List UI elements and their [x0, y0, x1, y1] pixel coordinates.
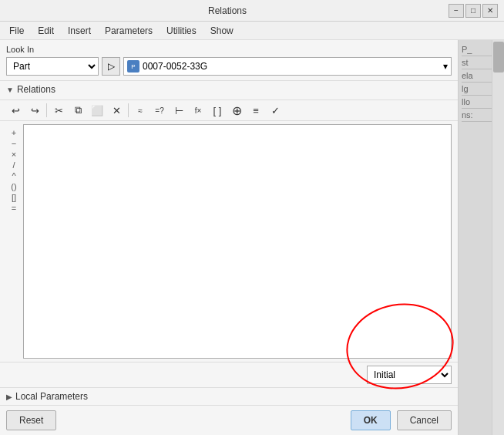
filter-bar: Initial All Current — [0, 362, 458, 387]
maximize-button[interactable]: □ — [465, 4, 481, 18]
plus-symbol[interactable]: + — [6, 127, 22, 138]
delete-button[interactable]: ✕ — [107, 102, 126, 119]
menu-utilities[interactable]: Utilities — [160, 24, 203, 38]
multiply-symbol[interactable]: × — [6, 149, 22, 160]
menu-edit[interactable]: Edit — [32, 24, 60, 38]
reset-button[interactable]: Reset — [6, 410, 56, 430]
sort-button[interactable]: ≈ — [131, 102, 150, 119]
comment-button[interactable]: ≡ — [247, 102, 265, 119]
left-panel: Look In Part ▷ P 0007-0052-33G ▾ — [0, 40, 459, 435]
paste-button[interactable]: ⬜ — [88, 102, 106, 119]
title-bar: Relations − □ ✕ — [0, 0, 504, 22]
local-params-label: Local Parameters — [15, 391, 88, 402]
navigate-button[interactable]: ▷ — [102, 57, 120, 76]
window-controls: − □ ✕ — [449, 4, 498, 18]
undo-button[interactable]: ↩ — [6, 102, 25, 119]
look-in-select[interactable]: Part — [6, 57, 99, 76]
menu-parameters[interactable]: Parameters — [99, 24, 159, 38]
minimize-button[interactable]: − — [449, 4, 464, 18]
expand-icon: ▶ — [6, 393, 12, 401]
redo-button[interactable]: ↪ — [25, 102, 44, 119]
local-params-row[interactable]: ▶ Local Parameters — [0, 387, 458, 405]
arrow-icon: ▷ — [108, 61, 115, 72]
close-button[interactable]: ✕ — [482, 4, 498, 18]
parens-symbol[interactable]: () — [6, 181, 22, 192]
part-select-text: P 0007-0052-33G — [127, 60, 207, 72]
cut-button[interactable]: ✂ — [49, 102, 68, 119]
menu-bar: File Edit Insert Parameters Utilities Sh… — [0, 22, 504, 40]
look-in-row: Part ▷ P 0007-0052-33G ▾ — [6, 57, 452, 76]
relations-label: Relations — [17, 84, 55, 95]
collapse-icon: ▼ — [6, 86, 14, 94]
brackets-button[interactable]: [ ] — [208, 102, 227, 119]
check-button[interactable]: ✓ — [266, 102, 284, 119]
look-in-label: Look In — [6, 45, 452, 54]
menu-file[interactable]: File — [3, 24, 30, 38]
relations-section: ▼ Relations — [0, 81, 458, 100]
relations-editor[interactable] — [23, 124, 452, 359]
dropdown-arrow-icon: ▾ — [443, 61, 448, 72]
separator-2 — [128, 103, 129, 117]
copy-button[interactable]: ⧉ — [69, 102, 87, 119]
filter-wrapper: Initial All Current — [367, 366, 452, 384]
equals-symbol[interactable]: = — [6, 203, 22, 214]
right-panel: P_ st ela lg llo ns: — [459, 40, 504, 435]
params-button[interactable]: ⊕ — [227, 102, 246, 119]
filter-select[interactable]: Initial All Current — [367, 366, 452, 384]
part-name: 0007-0052-33G — [143, 61, 207, 72]
verify-button[interactable]: =? — [150, 102, 169, 119]
power-symbol[interactable]: ^ — [6, 170, 22, 181]
brackets-symbol[interactable]: [] — [6, 192, 22, 203]
function-button[interactable]: f× — [189, 102, 207, 119]
scrollbar-thumb[interactable] — [493, 42, 504, 72]
relations-header[interactable]: ▼ Relations — [6, 84, 452, 95]
main-content: Look In Part ▷ P 0007-0052-33G ▾ — [0, 40, 504, 435]
relations-toolbar: ↩ ↪ ✂ ⧉ ⬜ ✕ ≈ =? ⊢ f× [ ] ⊕ ≡ ✓ — [0, 100, 458, 121]
separator-1 — [46, 103, 47, 117]
part-select[interactable]: P 0007-0052-33G ▾ — [123, 57, 452, 76]
action-bar: Reset OK Cancel — [0, 405, 458, 435]
look-in-section: Look In Part ▷ P 0007-0052-33G ▾ — [0, 40, 458, 81]
symbol-sidebar: + − × / ^ () [] = — [6, 124, 22, 359]
ok-button[interactable]: OK — [351, 410, 391, 430]
window-title: Relations — [6, 5, 449, 16]
cancel-button[interactable]: Cancel — [397, 410, 452, 430]
minus-symbol[interactable]: − — [6, 138, 22, 149]
menu-show[interactable]: Show — [204, 24, 240, 38]
divide-symbol[interactable]: / — [6, 160, 22, 170]
part-icon: P — [127, 60, 139, 72]
scrollbar[interactable] — [492, 40, 504, 435]
menu-insert[interactable]: Insert — [62, 24, 97, 38]
tree-button[interactable]: ⊢ — [170, 102, 188, 119]
